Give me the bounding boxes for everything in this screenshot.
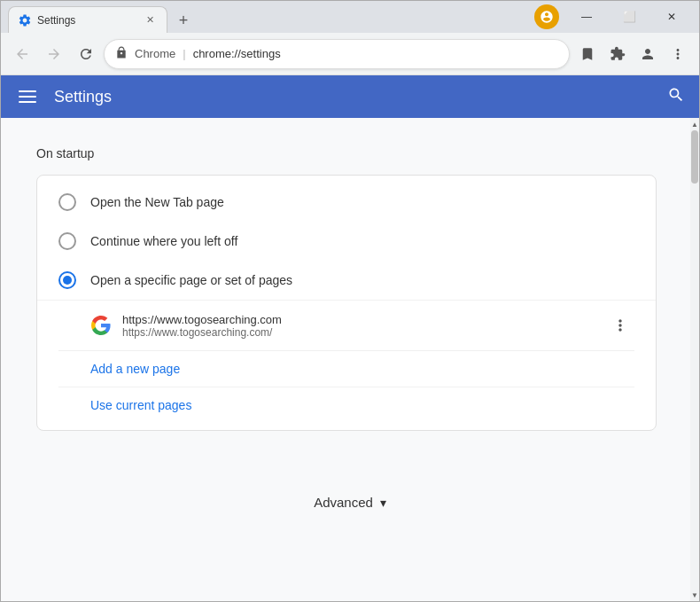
scroll-down-arrow[interactable]: ▼ <box>690 589 699 601</box>
radio-new-tab[interactable] <box>58 193 76 211</box>
profile-button[interactable] <box>634 40 662 68</box>
refresh-button[interactable] <box>72 40 100 68</box>
page-url-info: https://www.togosearching.com https://ww… <box>122 313 595 339</box>
add-new-page-link[interactable]: Add a new page <box>37 351 656 387</box>
extensions-button[interactable] <box>603 40 632 68</box>
scroll-up-arrow[interactable]: ▲ <box>690 118 699 130</box>
bookmark-button[interactable] <box>573 40 602 68</box>
use-current-pages-link[interactable]: Use current pages <box>37 387 656 423</box>
nav-right-icons <box>573 40 692 68</box>
profile-avatar[interactable] <box>534 4 559 29</box>
address-separator: | <box>183 47 185 60</box>
settings-content: On startup Open the New Tab page Continu… <box>1 118 699 601</box>
continue-label: Continue where you left off <box>90 234 237 248</box>
tab-strip: Settings ✕ + <box>8 1 271 33</box>
open-new-tab-label: Open the New Tab page <box>90 195 224 209</box>
radio-specific[interactable] <box>58 271 76 289</box>
title-bar: Settings ✕ + — ⬜ ✕ <box>1 1 699 33</box>
startup-options-card: Open the New Tab page Continue where you… <box>36 175 657 431</box>
continue-option[interactable]: Continue where you left off <box>37 222 656 261</box>
tab-title: Settings <box>37 14 136 27</box>
google-favicon <box>90 315 112 336</box>
open-new-tab-option[interactable]: Open the New Tab page <box>37 183 656 222</box>
specific-page-label: Open a specific page or set of pages <box>90 273 292 287</box>
minimize-button[interactable]: — <box>566 1 607 33</box>
navigation-bar: Chrome | chrome://settings <box>1 33 699 75</box>
settings-tab[interactable]: Settings ✕ <box>8 6 167 33</box>
maximize-button[interactable]: ⬜ <box>609 1 649 33</box>
tab-favicon <box>18 13 32 27</box>
radio-selected-dot <box>63 276 72 285</box>
browser-window: Settings ✕ + — ⬜ ✕ <box>0 0 700 602</box>
more-menu-button[interactable] <box>664 40 692 68</box>
close-button[interactable]: ✕ <box>651 1 692 33</box>
address-source: Chrome <box>135 47 175 60</box>
window-controls: — ⬜ ✕ <box>566 1 692 33</box>
back-button[interactable] <box>8 40 36 68</box>
settings-header-left: Settings <box>15 87 112 106</box>
specific-page-option[interactable]: Open a specific page or set of pages <box>37 261 656 300</box>
settings-page-title: Settings <box>54 88 112 106</box>
settings-search-button[interactable] <box>667 86 685 107</box>
content-area: On startup Open the New Tab page Continu… <box>1 118 692 481</box>
forward-button[interactable] <box>40 40 68 68</box>
hamburger-menu-button[interactable] <box>15 87 40 106</box>
scrollbar-thumb[interactable] <box>691 130 698 184</box>
advanced-chevron-icon: ▾ <box>380 496 386 510</box>
tab-close-button[interactable]: ✕ <box>142 12 158 28</box>
advanced-section[interactable]: Advanced ▾ <box>1 481 699 524</box>
lock-icon <box>115 46 128 62</box>
on-startup-title: On startup <box>36 146 657 160</box>
radio-continue[interactable] <box>58 232 76 250</box>
scrollbar-track[interactable]: ▲ ▼ <box>690 118 699 601</box>
new-tab-button[interactable]: + <box>171 8 196 33</box>
address-bar[interactable]: Chrome | chrome://settings <box>104 39 570 69</box>
page-name: https://www.togosearching.com <box>122 313 595 326</box>
startup-page-entry: https://www.togosearching.com https://ww… <box>37 300 656 350</box>
advanced-label: Advanced <box>314 495 373 510</box>
page-more-options-button[interactable] <box>606 311 634 340</box>
page-url: https://www.togosearching.com/ <box>122 326 595 339</box>
address-url: chrome://settings <box>193 47 558 60</box>
settings-header-bar: Settings <box>1 75 699 118</box>
